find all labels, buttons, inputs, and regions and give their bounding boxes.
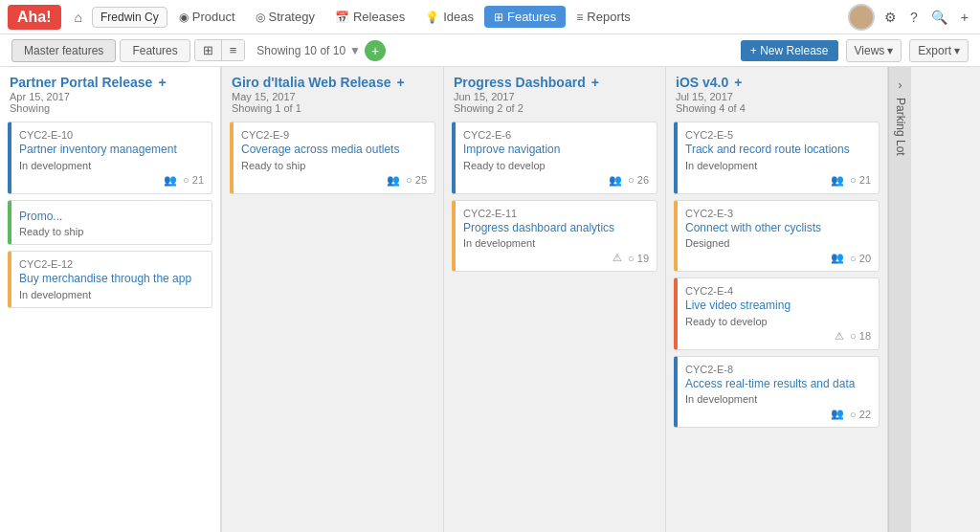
avatar[interactable] [848,4,875,31]
card-meta: 👥 ○ 25 [241,174,427,187]
card-col-ios-1[interactable]: CYC2-E-3 Connect with other cyclists Des… [674,200,880,273]
col-title-link-col-ios[interactable]: iOS v4.0 [676,75,728,90]
card-meta: 👥 ○ 26 [463,174,649,187]
card-score: ○ 25 [406,174,427,186]
home-button[interactable]: ⌂ [67,6,90,29]
column-col-giro: Giro d'Italia Web Release + May 15, 2017… [222,67,444,532]
parking-lot[interactable]: ›Parking Lot [888,67,911,532]
features-button[interactable]: Features [120,39,189,62]
col-body-col-partner: CYC2-E-10 Partner inventory management I… [0,118,220,532]
card-meta: 👥 ○ 21 [685,174,871,187]
nav-label-ideas: Ideas [443,10,474,24]
logo-button[interactable]: Aha! [8,5,61,30]
nav-item-releases[interactable]: 📅Releases [325,6,414,28]
col-add-btn-col-progress[interactable]: + [591,75,599,90]
card-id: CYC2-E-11 [463,208,649,219]
list-view-button[interactable]: ≡ [222,40,245,60]
card-title[interactable]: Buy merchandise through the app [19,272,204,287]
col-title-col-ios: iOS v4.0 + [676,75,878,90]
card-col-giro-0[interactable]: CYC2-E-9 Coverage across media outlets R… [230,122,435,194]
col-title-link-col-partner[interactable]: Partner Portal Release [10,75,152,90]
card-id: CYC2-E-12 [19,258,204,270]
filter-icon[interactable]: ▼ [349,44,361,57]
card-col-ios-2[interactable]: CYC2-E-4 Live video streaming Ready to d… [674,277,880,350]
col-date-col-ios: Jul 15, 2017 [676,91,878,102]
gear-button[interactable]: ⚙ [880,6,901,29]
column-col-partner: Partner Portal Release + Apr 15, 2017 Sh… [0,67,222,532]
showing-label: Showing 10 of 10 [256,44,345,57]
card-score: ○ 22 [850,409,871,420]
card-meta: ⚠ ○ 18 [685,330,871,343]
column-col-ios: iOS v4.0 + Jul 15, 2017 Showing 4 of 4 C… [666,67,888,532]
card-score: ○ 18 [850,330,871,342]
help-button[interactable]: ? [906,6,922,29]
card-meta: ⚠ ○ 19 [463,252,649,264]
nav-item-strategy[interactable]: ◎Strategy [246,6,324,28]
col-title-link-col-giro[interactable]: Giro d'Italia Web Release [232,75,390,90]
col-add-btn-col-partner[interactable]: + [158,75,166,90]
card-title[interactable]: Promo... [19,210,204,225]
nav-icon-product: ◉ [179,11,189,24]
user-pill[interactable]: Fredwin Cy [92,7,167,28]
card-col-ios-3[interactable]: CYC2-E-8 Access real-time results and da… [674,356,880,429]
col-add-btn-col-giro[interactable]: + [396,75,404,90]
new-release-button[interactable]: + New Release [741,40,838,61]
card-meta-icon: 👥 [831,408,844,420]
card-status: Ready to develop [685,316,871,327]
add-button[interactable]: + [957,6,972,29]
views-label: Views [855,44,885,57]
card-status: Ready to ship [241,160,427,171]
col-add-btn-col-ios[interactable]: + [734,75,742,90]
card-title[interactable]: Access real-time results and data [685,377,871,392]
add-filter-button[interactable]: + [365,40,386,61]
nav-item-product[interactable]: ◉Product [169,6,245,28]
col-date-col-giro: May 15, 2017 [232,91,434,102]
card-meta-icon: 👥 [831,252,844,264]
nav-item-ideas[interactable]: 💡Ideas [415,6,483,28]
search-button[interactable]: 🔍 [927,6,951,29]
views-button[interactable]: Views ▾ [846,39,902,62]
card-meta: 👥 ○ 21 [19,174,204,187]
card-score: ○ 21 [850,174,871,186]
master-features-button[interactable]: Master features [11,39,116,62]
col-showing-col-giro: Showing 1 of 1 [232,102,434,114]
card-meta-icon: 👥 [831,174,844,187]
card-title[interactable]: Progress dashboard analytics [463,221,649,236]
card-meta: 👥 ○ 20 [685,252,871,264]
card-col-partner-1[interactable]: Promo... Ready to ship [8,200,212,246]
kanban-board: Partner Portal Release + Apr 15, 2017 Sh… [0,67,980,532]
col-title-col-progress: Progress Dashboard + [454,75,656,90]
export-button[interactable]: Export ▾ [909,39,969,62]
nav-label-strategy: Strategy [269,10,315,24]
nav-icon-features: ⊞ [494,11,503,24]
nav-item-reports[interactable]: ≡Reports [567,6,640,28]
card-col-progress-0[interactable]: CYC2-E-6 Improve navigation Ready to dev… [452,122,657,194]
grid-view-button[interactable]: ⊞ [195,40,222,60]
card-score: ○ 20 [850,253,871,264]
col-title-col-giro: Giro d'Italia Web Release + [232,75,434,90]
card-status: In development [685,160,871,171]
nav-item-features[interactable]: ⊞Features [484,6,566,28]
card-status: In development [19,160,204,171]
col-date-col-partner: Apr 15, 2017 [10,91,211,102]
card-score: ○ 21 [183,174,204,186]
card-col-progress-1[interactable]: CYC2-E-11 Progress dashboard analytics I… [452,200,657,273]
card-col-partner-2[interactable]: CYC2-E-12 Buy merchandise through the ap… [8,251,212,308]
card-status: In development [685,393,871,405]
col-title-link-col-progress[interactable]: Progress Dashboard [454,75,586,90]
nav-icon-releases: 📅 [335,11,349,24]
card-title[interactable]: Coverage across media outlets [241,143,427,158]
sub-nav: Master features Features ⊞ ≡ Showing 10 … [0,34,980,67]
card-col-ios-0[interactable]: CYC2-E-5 Track and record route location… [674,122,880,194]
card-id: CYC2-E-6 [463,129,649,141]
card-title[interactable]: Improve navigation [463,143,649,158]
card-title[interactable]: Partner inventory management [19,143,204,158]
export-chevron-icon: ▾ [954,44,960,57]
nav-label-releases: Releases [353,10,405,24]
column-col-progress: Progress Dashboard + Jun 15, 2017 Showin… [444,67,666,532]
card-id: CYC2-E-4 [685,285,871,297]
card-title[interactable]: Live video streaming [685,299,871,314]
card-title[interactable]: Track and record route locations [685,143,871,158]
card-title[interactable]: Connect with other cyclists [685,221,871,236]
card-col-partner-0[interactable]: CYC2-E-10 Partner inventory management I… [8,122,212,194]
